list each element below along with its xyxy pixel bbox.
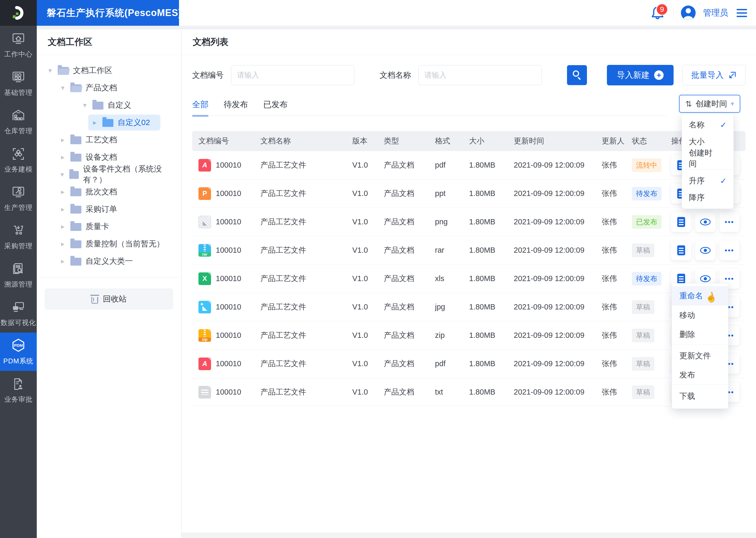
sort-order-option[interactable]: 降序✓ bbox=[682, 189, 733, 206]
nav-item-warehouse[interactable]: 仓库管理 bbox=[0, 102, 37, 141]
menu-button[interactable] bbox=[735, 8, 748, 18]
workspace-panel: 文档工作区 文档工作区 产品文档 自定义 自定义02 工艺文档 设备文档 设备零… bbox=[37, 29, 181, 538]
tree-item-process-docs[interactable]: 工艺文档 bbox=[37, 131, 181, 148]
context-menu-item[interactable]: 更新文件 bbox=[672, 346, 728, 365]
filter-bar: 文档编号 文档名称 导入新建 + 批量导入 bbox=[182, 65, 756, 85]
table-row[interactable]: 100010 产品工艺文件 V1.0 产品文档 pdf 1.80MB 2021-… bbox=[192, 151, 745, 180]
caret-icon[interactable] bbox=[59, 153, 66, 161]
doc-no-cell: 100010 bbox=[216, 388, 260, 397]
size-cell: 1.80MB bbox=[469, 246, 514, 254]
nav-item-base-management[interactable]: 基础管理 bbox=[0, 64, 37, 102]
import-new-button[interactable]: 导入新建 + bbox=[607, 65, 674, 85]
more-button[interactable] bbox=[720, 212, 739, 232]
file-type-icon bbox=[199, 187, 211, 200]
nav-item-purchase[interactable]: 采购管理 bbox=[0, 218, 37, 256]
page-title: 文档列表 bbox=[182, 29, 756, 55]
nav-item-approval[interactable]: 业务审批 bbox=[0, 371, 37, 409]
caret-icon[interactable] bbox=[81, 101, 88, 109]
table-row[interactable]: 100010 产品工艺文件 V1.0 产品文档 txt 1.80MB 2021-… bbox=[192, 378, 745, 406]
doc-no-input[interactable] bbox=[231, 65, 354, 85]
table-row[interactable]: 100010 产品工艺文件 V1.0 产品文档 ppt 1.80MB 2021-… bbox=[192, 180, 745, 208]
context-menu-item[interactable]: 重命名 bbox=[672, 286, 728, 305]
tree-item-equipment-parts-docs[interactable]: 设备零件文档（系统没有？） bbox=[37, 166, 181, 183]
type-cell: 产品文档 bbox=[384, 217, 435, 227]
logo-mark-icon bbox=[9, 3, 28, 22]
nav-item-production[interactable]: 生产管理 bbox=[0, 179, 37, 218]
doc-no-cell: 100010 bbox=[216, 218, 260, 226]
doc-name-input[interactable] bbox=[418, 65, 542, 85]
tree-item-quality-control[interactable]: 质量控制（当前暂无） bbox=[37, 235, 181, 252]
updated-cell: 2021-09-09 12:00:09 bbox=[514, 303, 602, 311]
tree-item-custom-02[interactable]: 自定义02 bbox=[37, 114, 181, 131]
preview-button[interactable] bbox=[695, 241, 715, 260]
context-menu-item[interactable]: 删除 bbox=[672, 325, 728, 345]
format-cell: pdf bbox=[435, 359, 469, 368]
file-type-icon bbox=[199, 301, 211, 313]
doc-detail-button[interactable] bbox=[671, 212, 691, 232]
table-row[interactable]: 100010 产品工艺文件 V1.0 产品文档 rar 1.80MB 2021-… bbox=[192, 236, 745, 265]
tree-item-custom[interactable]: 自定义 bbox=[37, 96, 181, 114]
doc-no-cell: 100010 bbox=[216, 274, 260, 283]
caret-icon[interactable] bbox=[59, 136, 66, 144]
nav-item-trace[interactable]: 溯源管理 bbox=[0, 256, 37, 294]
notification-button[interactable]: 9 bbox=[649, 4, 666, 21]
table-row[interactable]: 100010 产品工艺文件 V1.0 产品文档 xls 1.80MB 2021-… bbox=[192, 265, 745, 293]
trace-icon bbox=[11, 261, 26, 277]
tab-published[interactable]: 已发布 bbox=[263, 97, 288, 116]
caret-icon[interactable] bbox=[59, 240, 66, 248]
user-avatar[interactable] bbox=[681, 6, 696, 20]
recycle-bin-button[interactable]: 回收站 bbox=[45, 289, 173, 309]
doc-no-cell: 100010 bbox=[216, 246, 260, 254]
more-button[interactable] bbox=[720, 241, 739, 260]
batch-import-button[interactable]: 批量导入 bbox=[683, 65, 745, 85]
tree-item-purchase-orders[interactable]: 采购订单 bbox=[37, 200, 181, 218]
app-logo[interactable] bbox=[0, 0, 37, 26]
nav-item-dataviz[interactable]: 数据可视化 bbox=[0, 294, 37, 333]
caret-icon[interactable] bbox=[59, 257, 66, 265]
caret-icon[interactable] bbox=[91, 119, 98, 127]
doc-detail-button[interactable] bbox=[671, 241, 691, 260]
updater-cell: 张伟 bbox=[602, 217, 632, 227]
type-cell: 产品文档 bbox=[384, 245, 435, 256]
nav-item-pdm[interactable]: PDM PDM系统 bbox=[0, 333, 37, 371]
sort-field-option[interactable]: 名称✓ bbox=[682, 116, 733, 133]
folder-icon bbox=[71, 258, 81, 266]
caret-icon[interactable] bbox=[59, 84, 66, 92]
app-root: 工作中心 基础管理 仓库管理 业务建模 bbox=[0, 0, 756, 538]
caret-icon[interactable] bbox=[59, 205, 66, 213]
folder-icon bbox=[69, 171, 79, 179]
table-row[interactable]: 100010 产品工艺文件 V1.0 产品文档 jpg 1.80MB 2021-… bbox=[192, 293, 745, 321]
caret-icon[interactable] bbox=[47, 67, 54, 75]
tree-item-custom-category-one[interactable]: 自定义大类一 bbox=[37, 252, 181, 270]
tree-item-quality-card[interactable]: 质量卡 bbox=[37, 218, 181, 235]
caret-icon[interactable] bbox=[59, 171, 65, 179]
tree-item-product-docs[interactable]: 产品文档 bbox=[37, 79, 181, 96]
size-cell: 1.80MB bbox=[469, 359, 514, 368]
search-button[interactable] bbox=[567, 65, 587, 85]
context-menu-item[interactable]: 发布 bbox=[672, 365, 728, 385]
preview-button[interactable] bbox=[695, 212, 715, 232]
folder-tree: 文档工作区 产品文档 自定义 自定义02 工艺文档 设备文档 设备零件文档（系统… bbox=[37, 55, 181, 270]
nav-item-modeling[interactable]: 业务建模 bbox=[0, 141, 37, 179]
context-menu-item[interactable]: 移动 bbox=[672, 305, 728, 325]
trash-icon bbox=[91, 297, 98, 304]
table-row[interactable]: 100010 产品工艺文件 V1.0 产品文档 zip 1.80MB 2021-… bbox=[192, 321, 745, 350]
horizontal-scrollbar[interactable] bbox=[182, 533, 756, 538]
context-menu-item[interactable]: 下载 bbox=[672, 386, 728, 406]
user-name[interactable]: 管理员 bbox=[703, 7, 728, 19]
table-row[interactable]: 100010 产品工艺文件 V1.0 产品文档 pdf 1.80MB 2021-… bbox=[192, 350, 745, 378]
tab-pending-publish[interactable]: 待发布 bbox=[224, 97, 248, 116]
nav-item-workcenter[interactable]: 工作中心 bbox=[0, 26, 37, 64]
sort-button[interactable]: ⇅ 创建时间 ▾ bbox=[679, 95, 740, 113]
sort-order-option[interactable]: 升序✓ bbox=[682, 172, 733, 189]
caret-icon[interactable] bbox=[59, 223, 66, 231]
updater-cell: 张伟 bbox=[602, 358, 632, 369]
tab-all[interactable]: 全部 bbox=[192, 97, 209, 116]
caret-icon[interactable] bbox=[59, 188, 66, 196]
ellipsis-icon bbox=[725, 219, 734, 225]
tree-item-doc-workspace[interactable]: 文档工作区 bbox=[37, 62, 181, 79]
table-row[interactable]: 100010 产品工艺文件 V1.0 产品文档 png 1.80MB 2021-… bbox=[192, 208, 745, 236]
header-right: 9 管理员 bbox=[649, 0, 748, 26]
sort-field-option[interactable]: 创建时间✓ bbox=[682, 150, 733, 167]
version-cell: V1.0 bbox=[352, 331, 384, 340]
